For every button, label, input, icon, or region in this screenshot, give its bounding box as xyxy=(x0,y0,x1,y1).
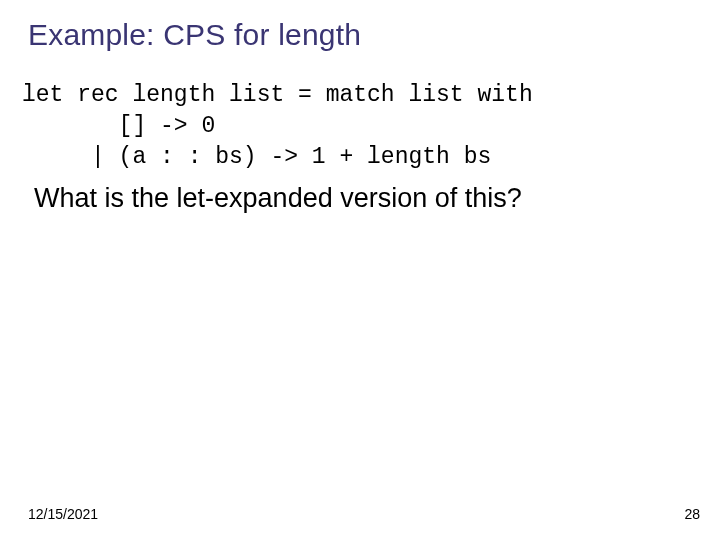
code-line-3: | (a : : bs) -> 1 + length bs xyxy=(22,144,491,170)
slide-title: Example: CPS for length xyxy=(28,18,692,52)
footer-date: 12/15/2021 xyxy=(28,506,98,522)
page-number: 28 xyxy=(684,506,700,522)
question-text: What is the let-expanded version of this… xyxy=(34,183,692,214)
code-line-2: [] -> 0 xyxy=(22,113,215,139)
code-block: let rec length list = match list with []… xyxy=(22,80,692,173)
slide-footer: 12/15/2021 28 xyxy=(28,506,700,522)
code-line-1: let rec length list = match list with xyxy=(22,82,533,108)
